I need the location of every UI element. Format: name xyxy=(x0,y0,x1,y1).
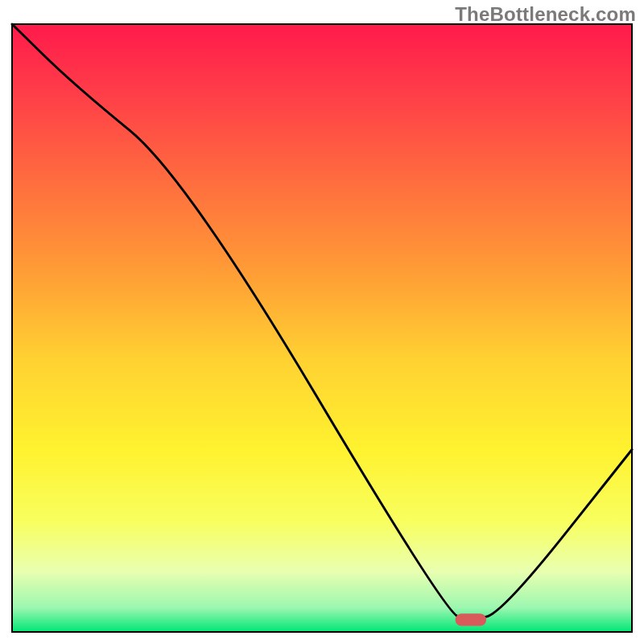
min-marker xyxy=(456,613,487,625)
plot-background xyxy=(12,24,632,632)
bottleneck-chart xyxy=(0,0,644,644)
watermark-text: TheBottleneck.com xyxy=(455,3,636,26)
chart-container: TheBottleneck.com xyxy=(0,0,644,644)
